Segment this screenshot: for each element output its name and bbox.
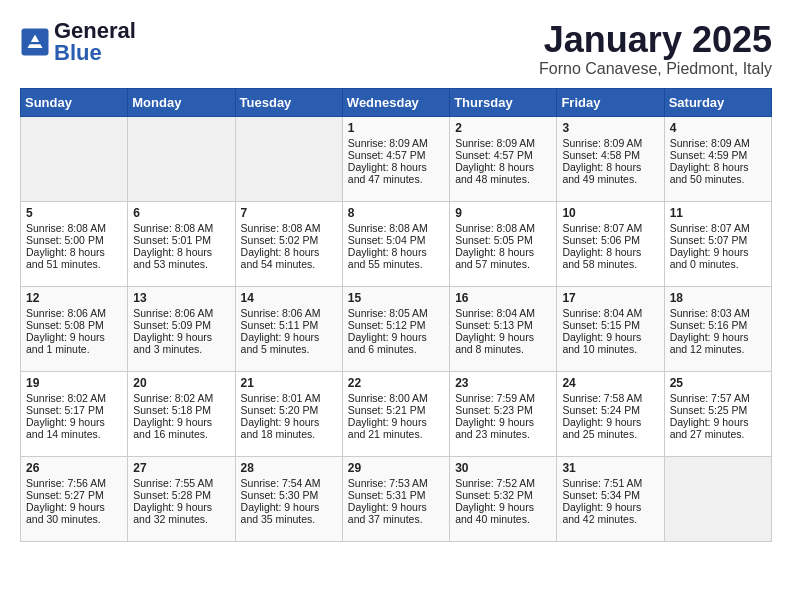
calendar-cell: 6Sunrise: 8:08 AMSunset: 5:01 PMDaylight… (128, 201, 235, 286)
day-info-line: Daylight: 9 hours and 10 minutes. (562, 331, 658, 355)
day-info-line: Sunrise: 8:02 AM (26, 392, 122, 404)
day-info-line: Sunrise: 8:02 AM (133, 392, 229, 404)
day-info-line: Sunset: 5:01 PM (133, 234, 229, 246)
day-info-line: Sunset: 5:17 PM (26, 404, 122, 416)
day-info-line: Sunrise: 8:08 AM (455, 222, 551, 234)
day-info-line: Sunset: 5:28 PM (133, 489, 229, 501)
day-info-line: Daylight: 9 hours and 23 minutes. (455, 416, 551, 440)
day-info-line: Daylight: 9 hours and 0 minutes. (670, 246, 766, 270)
day-number: 10 (562, 206, 658, 220)
calendar-cell: 29Sunrise: 7:53 AMSunset: 5:31 PMDayligh… (342, 456, 449, 541)
calendar-cell: 3Sunrise: 8:09 AMSunset: 4:58 PMDaylight… (557, 116, 664, 201)
day-info-line: Daylight: 9 hours and 32 minutes. (133, 501, 229, 525)
calendar-table: SundayMondayTuesdayWednesdayThursdayFrid… (20, 88, 772, 542)
calendar-cell: 8Sunrise: 8:08 AMSunset: 5:04 PMDaylight… (342, 201, 449, 286)
day-info-line: Sunset: 5:12 PM (348, 319, 444, 331)
day-info-line: Sunset: 4:59 PM (670, 149, 766, 161)
day-info-line: Sunrise: 8:09 AM (562, 137, 658, 149)
calendar-cell (128, 116, 235, 201)
day-number: 14 (241, 291, 337, 305)
calendar-week-row: 19Sunrise: 8:02 AMSunset: 5:17 PMDayligh… (21, 371, 772, 456)
logo-text: General Blue (54, 20, 136, 64)
day-info-line: Daylight: 9 hours and 27 minutes. (670, 416, 766, 440)
calendar-cell: 12Sunrise: 8:06 AMSunset: 5:08 PMDayligh… (21, 286, 128, 371)
day-info-line: Daylight: 8 hours and 58 minutes. (562, 246, 658, 270)
day-number: 9 (455, 206, 551, 220)
day-info-line: Daylight: 9 hours and 42 minutes. (562, 501, 658, 525)
day-info-line: Daylight: 9 hours and 8 minutes. (455, 331, 551, 355)
day-info-line: Sunset: 4:57 PM (455, 149, 551, 161)
day-info-line: Daylight: 9 hours and 30 minutes. (26, 501, 122, 525)
day-info-line: Sunrise: 8:08 AM (133, 222, 229, 234)
calendar-cell: 2Sunrise: 8:09 AMSunset: 4:57 PMDaylight… (450, 116, 557, 201)
day-number: 30 (455, 461, 551, 475)
day-of-week-header: Monday (128, 88, 235, 116)
day-info-line: Daylight: 9 hours and 16 minutes. (133, 416, 229, 440)
day-number: 15 (348, 291, 444, 305)
day-number: 24 (562, 376, 658, 390)
day-info-line: Daylight: 9 hours and 6 minutes. (348, 331, 444, 355)
day-info-line: Sunrise: 8:04 AM (455, 307, 551, 319)
calendar-cell: 22Sunrise: 8:00 AMSunset: 5:21 PMDayligh… (342, 371, 449, 456)
day-info-line: Sunrise: 7:57 AM (670, 392, 766, 404)
calendar-cell: 11Sunrise: 8:07 AMSunset: 5:07 PMDayligh… (664, 201, 771, 286)
calendar-cell: 7Sunrise: 8:08 AMSunset: 5:02 PMDaylight… (235, 201, 342, 286)
day-number: 29 (348, 461, 444, 475)
day-of-week-header: Saturday (664, 88, 771, 116)
calendar-cell: 23Sunrise: 7:59 AMSunset: 5:23 PMDayligh… (450, 371, 557, 456)
calendar-header-row: SundayMondayTuesdayWednesdayThursdayFrid… (21, 88, 772, 116)
day-info-line: Sunset: 5:34 PM (562, 489, 658, 501)
day-number: 1 (348, 121, 444, 135)
day-info-line: Daylight: 8 hours and 51 minutes. (26, 246, 122, 270)
day-info-line: Daylight: 9 hours and 14 minutes. (26, 416, 122, 440)
day-info-line: Daylight: 9 hours and 21 minutes. (348, 416, 444, 440)
day-info-line: Sunrise: 8:08 AM (241, 222, 337, 234)
calendar-cell (21, 116, 128, 201)
day-info-line: Sunrise: 8:04 AM (562, 307, 658, 319)
calendar-cell: 28Sunrise: 7:54 AMSunset: 5:30 PMDayligh… (235, 456, 342, 541)
calendar-cell: 25Sunrise: 7:57 AMSunset: 5:25 PMDayligh… (664, 371, 771, 456)
calendar-cell: 20Sunrise: 8:02 AMSunset: 5:18 PMDayligh… (128, 371, 235, 456)
day-info-line: Daylight: 9 hours and 37 minutes. (348, 501, 444, 525)
day-info-line: Sunset: 5:04 PM (348, 234, 444, 246)
day-info-line: Sunset: 5:13 PM (455, 319, 551, 331)
day-info-line: Sunset: 5:24 PM (562, 404, 658, 416)
day-number: 19 (26, 376, 122, 390)
day-info-line: Sunrise: 7:52 AM (455, 477, 551, 489)
calendar-week-row: 12Sunrise: 8:06 AMSunset: 5:08 PMDayligh… (21, 286, 772, 371)
day-of-week-header: Friday (557, 88, 664, 116)
calendar-cell: 15Sunrise: 8:05 AMSunset: 5:12 PMDayligh… (342, 286, 449, 371)
day-number: 27 (133, 461, 229, 475)
day-info-line: Sunrise: 7:56 AM (26, 477, 122, 489)
day-info-line: Sunset: 5:06 PM (562, 234, 658, 246)
day-info-line: Sunrise: 7:51 AM (562, 477, 658, 489)
day-info-line: Sunset: 5:25 PM (670, 404, 766, 416)
day-info-line: Daylight: 9 hours and 25 minutes. (562, 416, 658, 440)
day-number: 3 (562, 121, 658, 135)
day-info-line: Sunset: 5:20 PM (241, 404, 337, 416)
day-number: 2 (455, 121, 551, 135)
day-number: 16 (455, 291, 551, 305)
day-info-line: Sunset: 5:02 PM (241, 234, 337, 246)
day-info-line: Daylight: 8 hours and 47 minutes. (348, 161, 444, 185)
calendar-cell: 30Sunrise: 7:52 AMSunset: 5:32 PMDayligh… (450, 456, 557, 541)
day-info-line: Sunrise: 7:53 AM (348, 477, 444, 489)
day-info-line: Daylight: 9 hours and 5 minutes. (241, 331, 337, 355)
calendar-cell: 19Sunrise: 8:02 AMSunset: 5:17 PMDayligh… (21, 371, 128, 456)
day-info-line: Sunrise: 8:07 AM (562, 222, 658, 234)
day-number: 7 (241, 206, 337, 220)
day-info-line: Sunset: 5:15 PM (562, 319, 658, 331)
day-info-line: Daylight: 8 hours and 57 minutes. (455, 246, 551, 270)
day-info-line: Sunrise: 7:54 AM (241, 477, 337, 489)
calendar-body: 1Sunrise: 8:09 AMSunset: 4:57 PMDaylight… (21, 116, 772, 541)
day-number: 21 (241, 376, 337, 390)
day-info-line: Sunset: 4:57 PM (348, 149, 444, 161)
day-info-line: Sunset: 5:07 PM (670, 234, 766, 246)
day-info-line: Sunset: 4:58 PM (562, 149, 658, 161)
calendar-cell: 26Sunrise: 7:56 AMSunset: 5:27 PMDayligh… (21, 456, 128, 541)
day-info-line: Sunset: 5:23 PM (455, 404, 551, 416)
day-info-line: Daylight: 9 hours and 3 minutes. (133, 331, 229, 355)
day-number: 4 (670, 121, 766, 135)
day-info-line: Sunrise: 8:08 AM (26, 222, 122, 234)
day-number: 22 (348, 376, 444, 390)
